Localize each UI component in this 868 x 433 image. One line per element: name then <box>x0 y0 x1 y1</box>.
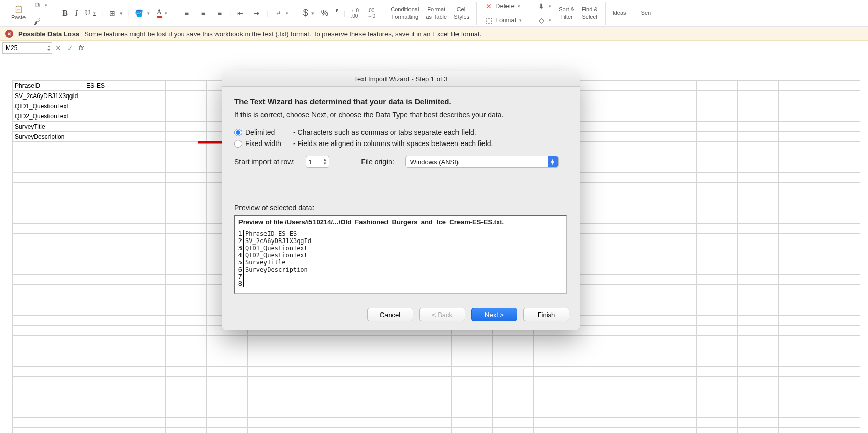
format-as-table[interactable]: Format as Table <box>424 5 449 21</box>
cell[interactable] <box>84 152 125 162</box>
cell[interactable] <box>615 254 656 264</box>
cell[interactable] <box>697 254 738 264</box>
cell[interactable] <box>779 234 819 244</box>
cell[interactable] <box>166 407 207 418</box>
cell[interactable] <box>411 397 452 407</box>
cell[interactable] <box>738 367 779 377</box>
cell[interactable]: QID1_QuestionText <box>13 101 84 111</box>
cell[interactable] <box>84 275 125 285</box>
cell[interactable] <box>779 132 819 142</box>
cell[interactable] <box>656 295 697 305</box>
cell[interactable] <box>84 173 125 183</box>
start-row-input[interactable] <box>306 158 321 166</box>
cell[interactable] <box>697 377 738 387</box>
cell[interactable] <box>493 377 534 387</box>
cell-styles[interactable]: Cell Styles <box>452 5 471 21</box>
cell[interactable] <box>13 224 84 234</box>
cell[interactable] <box>738 356 779 367</box>
cell[interactable] <box>13 336 84 346</box>
cell[interactable] <box>84 213 125 224</box>
cell[interactable]: SurveyTitle <box>13 122 84 132</box>
cell[interactable] <box>574 346 615 356</box>
cell[interactable] <box>452 377 493 387</box>
cell[interactable] <box>779 111 819 122</box>
cell[interactable] <box>125 264 166 275</box>
cell[interactable] <box>656 132 697 142</box>
cell[interactable] <box>656 91 697 101</box>
cell[interactable] <box>84 326 125 336</box>
cell[interactable] <box>166 285 207 295</box>
cell[interactable] <box>370 346 411 356</box>
cell[interactable] <box>656 234 697 244</box>
cell[interactable] <box>738 387 779 397</box>
cell[interactable] <box>493 346 534 356</box>
cell[interactable] <box>615 305 656 316</box>
cell[interactable] <box>84 122 125 132</box>
cell[interactable] <box>452 346 493 356</box>
radio-delimited[interactable] <box>234 129 242 136</box>
cell[interactable] <box>84 183 125 193</box>
cell[interactable] <box>819 387 860 397</box>
cell[interactable] <box>738 377 779 387</box>
cell[interactable] <box>166 183 207 193</box>
cell[interactable] <box>779 122 819 132</box>
sensitivity-button[interactable]: Sen <box>639 8 654 17</box>
cell[interactable] <box>656 173 697 183</box>
cell[interactable] <box>534 407 574 418</box>
cell[interactable] <box>697 111 738 122</box>
cell[interactable] <box>656 275 697 285</box>
cell[interactable] <box>738 101 779 111</box>
cell[interactable] <box>370 418 411 428</box>
cell[interactable] <box>166 336 207 346</box>
cell[interactable] <box>656 305 697 316</box>
cell[interactable] <box>125 336 166 346</box>
cell[interactable] <box>656 397 697 407</box>
cell[interactable] <box>370 397 411 407</box>
cell[interactable] <box>819 367 860 377</box>
cell[interactable] <box>615 244 656 254</box>
cell[interactable] <box>125 346 166 356</box>
cell[interactable] <box>493 418 534 428</box>
cell[interactable] <box>697 264 738 275</box>
cell[interactable] <box>819 142 860 152</box>
cell[interactable] <box>370 367 411 377</box>
cell[interactable] <box>288 428 329 434</box>
cancel-formula[interactable]: ✕ <box>52 44 64 52</box>
cell[interactable] <box>84 142 125 152</box>
cell[interactable] <box>656 356 697 367</box>
cell[interactable] <box>574 173 615 183</box>
cell[interactable] <box>166 377 207 387</box>
cell[interactable] <box>697 91 738 101</box>
cell[interactable] <box>615 356 656 367</box>
next-button[interactable]: Next > <box>471 308 517 321</box>
increase-decimal[interactable]: ←0.00 <box>348 7 361 20</box>
cell[interactable] <box>13 193 84 203</box>
cell[interactable] <box>13 173 84 183</box>
cell[interactable] <box>166 122 207 132</box>
cell[interactable] <box>84 285 125 295</box>
cell[interactable] <box>13 152 84 162</box>
align-bottom[interactable]: ≡ <box>213 7 226 20</box>
cell[interactable] <box>656 213 697 224</box>
accept-formula[interactable]: ✓ <box>64 44 77 52</box>
cell[interactable] <box>697 193 738 203</box>
cell[interactable] <box>574 193 615 203</box>
cell[interactable] <box>84 132 125 142</box>
cell[interactable] <box>738 122 779 132</box>
cell[interactable] <box>534 387 574 397</box>
cell[interactable] <box>615 213 656 224</box>
cell[interactable] <box>329 407 370 418</box>
cell[interactable] <box>207 336 248 346</box>
indent[interactable]: ⇥ <box>250 7 263 20</box>
cell[interactable] <box>656 428 697 434</box>
cell[interactable] <box>411 346 452 356</box>
cell[interactable] <box>207 377 248 387</box>
cell[interactable] <box>574 326 615 336</box>
cell[interactable] <box>166 387 207 397</box>
cell[interactable]: PhraseID <box>13 81 84 91</box>
cell[interactable] <box>697 234 738 244</box>
cell[interactable] <box>166 418 207 428</box>
cell[interactable] <box>288 387 329 397</box>
copy-button[interactable]: ⧉▾ <box>31 0 50 12</box>
cell[interactable] <box>738 305 779 316</box>
